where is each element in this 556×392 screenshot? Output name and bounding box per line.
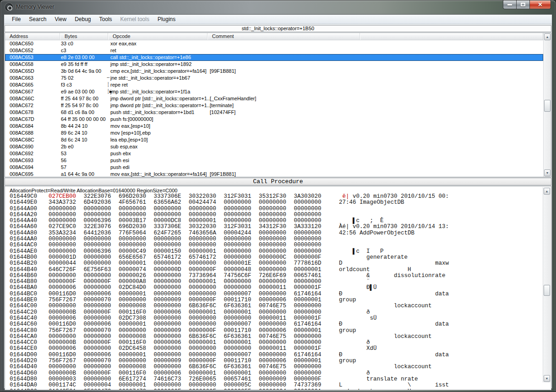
disasm-row[interactable]: 008AC66375 02╌jne std::_init_locks::oper…: [5, 75, 543, 82]
disasm-scrollbar-thumb[interactable]: [544, 100, 551, 112]
opcode-cell: push esi: [110, 157, 210, 164]
disasm-row[interactable]: 008AC652c3ret: [5, 47, 543, 54]
hex-dword: 00000000: [154, 291, 189, 297]
hex-row[interactable]: 01644BE0756F7267000000700000000000000009…: [5, 297, 551, 303]
hex-dword: 30322030: [189, 194, 224, 200]
disasm-row[interactable]: 008AC66Cff 25 44 97 8c 00jmp dword ptr […: [5, 95, 543, 102]
scroll-up-icon[interactable]: ▲: [544, 188, 550, 195]
maximize-button[interactable]: [517, 0, 529, 9]
hex-row[interactable]: 01644D00000116D0000000060000000100000000…: [5, 352, 551, 358]
hex-row[interactable]: 01644B000000001D00000000656E656765746172…: [5, 255, 551, 261]
disasm-row[interactable]: 008AC69253push ebx: [5, 150, 543, 157]
hex-row[interactable]: 01644B800000000F0000000F000000A800000000…: [5, 279, 551, 285]
hex-row[interactable]: 01644D4000000000000000000000000800000000…: [5, 364, 551, 370]
hex-row[interactable]: 01644DC061646E616F636472000074730000000F…: [5, 389, 551, 391]
hex-row[interactable]: 01644C80756F7267000000700000000000000009…: [5, 328, 551, 334]
menu-kernel-tools[interactable]: Kernel tools: [116, 15, 153, 23]
bytes-cell: f3 c3: [61, 82, 110, 88]
disasm-row[interactable]: 008AC68C8d 6c 24 10lea ebp,[esp+10]: [5, 136, 543, 143]
hex-row[interactable]: 01644BA0000000060000000002DC84D000000000…: [5, 285, 551, 291]
menu-view[interactable]: View: [50, 15, 71, 23]
hex-row[interactable]: 01644AC000000000000000000000000000000000…: [5, 242, 551, 248]
hex-row[interactable]: 01644A2000000000000000000000000000000000…: [5, 212, 551, 218]
address-cell: 008AC667: [5, 88, 61, 95]
hex-dword: 00000150: [154, 249, 189, 255]
hex-row[interactable]: 01644CC00000000B0000000F000116F000000006…: [5, 340, 551, 346]
disasm-row[interactable]: 008AC667e9 ae 03 00 00┊▶jmp std::_init_l…: [5, 88, 543, 95]
hex-address: 01644BA0: [10, 285, 49, 291]
disasm-row[interactable]: 008AC69356push esi: [5, 157, 543, 164]
hex-dword: 0000000F: [294, 255, 329, 261]
hex-dword: 696D2030: [119, 224, 154, 230]
hex-row[interactable]: 01644B2000000044000000000000000100000000…: [5, 261, 551, 267]
disasm-row[interactable]: 008AC67D64 ff 35 00 00 00 00push fs:[000…: [5, 116, 543, 123]
close-button[interactable]: ✕: [529, 0, 551, 9]
disasm-row[interactable]: 008AC6848b 44 24 10mov eax,[esp+10]: [5, 123, 543, 130]
hex-row[interactable]: 01644CE0000000060000000002DC645800000000…: [5, 346, 551, 352]
column-header-address[interactable]: Address: [5, 33, 60, 40]
hex-row[interactable]: 01644D600000000B0000000F000116F000000006…: [5, 370, 551, 376]
hex-row[interactable]: 01644C40000000060000000002DC730800000000…: [5, 316, 551, 321]
hex-row[interactable]: 01644C60000116D0000000060000000100000000…: [5, 321, 551, 327]
minimize-button[interactable]: [503, 0, 517, 9]
hex-dword: 00000009: [154, 358, 189, 364]
scroll-down-icon[interactable]: ▼: [544, 375, 550, 382]
disasm-row[interactable]: 008AC653e8 2e 03 00 00call std::_init_lo…: [5, 54, 543, 61]
hex-row[interactable]: 01644A80353A323464412036776F5064624F7265…: [5, 230, 551, 236]
hex-row[interactable]: 01644CA000000000000000000000000800000000…: [5, 334, 551, 340]
disasm-row[interactable]: 008AC65D3b 0d 64 4c 9a 00cmp ecx,[std::_…: [5, 68, 543, 75]
hex-row[interactable]: 01644AE0000000000000639600000C4900000150…: [5, 249, 551, 255]
column-header-comment[interactable]: Comment: [207, 33, 360, 40]
disasm-row[interactable]: 008AC695a1 64 4c 9a 00mov eax,[std::_ini…: [5, 171, 543, 177]
hex-row[interactable]: 01644C0000000000000000000000000800000000…: [5, 303, 551, 309]
hex-ascii-highlight: ë|: [339, 193, 349, 200]
hex-row[interactable]: 016449E0343A37326D4920364F65676163656A62…: [5, 200, 551, 206]
opcode-cell: mov eax,[std::_init_locks::operator=+fa1…: [110, 171, 210, 177]
disasm-row[interactable]: 008AC672ff 25 54 97 8c 00jmp dword ptr […: [5, 102, 543, 109]
scroll-down-icon[interactable]: ▼: [544, 169, 551, 176]
hex-row[interactable]: 01644D20756F7267000000700000000000000009…: [5, 358, 551, 364]
hex-dword: 696D2030: [119, 194, 154, 200]
hex-dword: 00000070: [84, 358, 119, 364]
menu-plugins[interactable]: Plugins: [153, 15, 180, 23]
disasm-scrollbar[interactable]: ▲ ▼: [543, 33, 551, 177]
hex-scrollbar-thumb[interactable]: [544, 285, 550, 296]
disasm-row[interactable]: 008AC665f3 c3┊repe ret: [5, 82, 543, 88]
hex-row[interactable]: 01644B40646C726F6E756F63000000740000000D…: [5, 267, 551, 273]
disasm-row[interactable]: 008AC658e9 35 fd ff ffjmp std::_init_loc…: [5, 61, 543, 68]
hex-dword: 00000000: [49, 364, 84, 370]
hex-dword: 00000000: [189, 321, 224, 327]
hex-dword: 00000000: [224, 242, 259, 248]
column-header-bytes[interactable]: Bytes: [60, 33, 108, 40]
opcode-cell: jmp std::_init_locks::operator=+1f1a: [110, 88, 210, 95]
disasm-row[interactable]: 008AC65033 c0xor eax,eax: [5, 40, 543, 47]
disasm-row[interactable]: 008AC69457push edi: [5, 164, 543, 171]
hex-dword: 00000000: [84, 261, 119, 267]
hex-dword: 3A333120: [294, 224, 329, 230]
title-bar[interactable]: Memory Viewer ✕: [0, 0, 556, 14]
disasm-row[interactable]: 008AC6902b e0sub esp,eax: [5, 143, 543, 150]
call-procedure-bar[interactable]: Call Procedure: [5, 178, 551, 185]
hex-dword: 00000000: [84, 212, 119, 218]
menu-file[interactable]: File: [8, 15, 25, 23]
scroll-up-icon[interactable]: ▲: [544, 33, 551, 40]
column-header-opcode[interactable]: Opcode: [108, 33, 207, 40]
hex-scrollbar[interactable]: ▲ ▼: [543, 187, 551, 382]
hex-row[interactable]: 01644B6000000000000000000000002600000000…: [5, 273, 551, 279]
hex-row[interactable]: 01644A40000000000000639600003B1700000DC8…: [5, 218, 551, 224]
hex-row[interactable]: 01644AA000000000000000000000000000000000…: [5, 236, 551, 242]
hex-dword: 00746E75: [259, 364, 294, 370]
menu-tools[interactable]: Tools: [95, 15, 116, 23]
hex-row[interactable]: 01644C200000000B0000000F000116F000000006…: [5, 310, 551, 316]
hex-dword: 0000000F: [294, 376, 329, 382]
menu-search[interactable]: Search: [25, 15, 50, 23]
hex-row[interactable]: 01644D8000000003000000006E61727474616C73…: [5, 376, 551, 382]
disasm-row[interactable]: 008AC67868 d1 c6 8a 00push std::_init_lo…: [5, 109, 543, 116]
hex-row[interactable]: 01644A60027CE9C0322E3076696D20303337306E…: [5, 224, 551, 230]
hex-row[interactable]: 01644DA00001174C000000040000000100000000…: [5, 382, 551, 388]
hex-row[interactable]: 01644A0000000000000000000000000000000000…: [5, 206, 551, 212]
hex-row[interactable]: 01644BC0000116D0000000060000000100000000…: [5, 291, 551, 297]
hex-row[interactable]: 016449C0027CEB00322E3076696D20303337306E…: [5, 194, 551, 200]
menu-debug[interactable]: Debug: [71, 15, 95, 23]
disasm-row[interactable]: 008AC68889 6c 24 10mov [esp+10],ebp: [5, 130, 543, 136]
